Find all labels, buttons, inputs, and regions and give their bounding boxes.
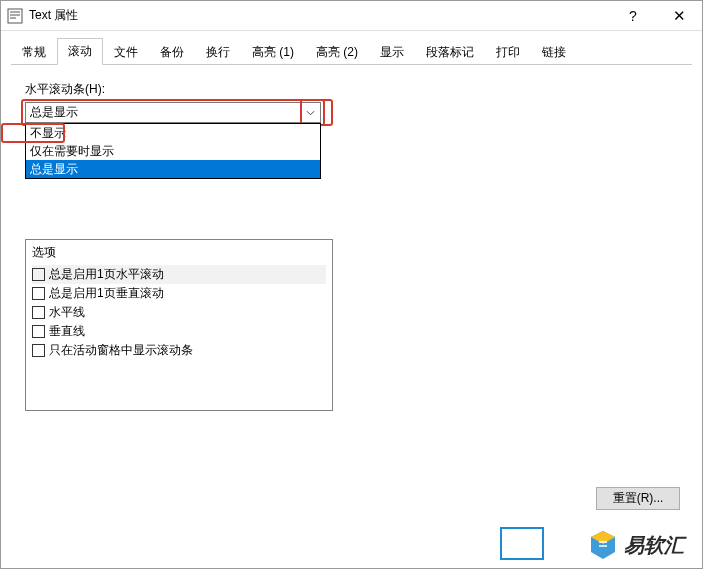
close-button[interactable]: ✕ [656,1,702,31]
option-row-0[interactable]: 总是启用1页水平滚动 [32,265,326,284]
checkbox-icon [32,306,45,319]
reset-button[interactable]: 重置(R)... [596,487,680,510]
dialog-window: Text 属性 ? ✕ 常规滚动文件备份换行高亮 (1)高亮 (2)显示段落标记… [0,0,703,569]
decorative-rectangle [500,527,544,560]
chevron-down-icon [303,105,318,120]
combo-selected-value: 总是显示 [30,104,78,121]
tab-bar: 常规滚动文件备份换行高亮 (1)高亮 (2)显示段落标记打印链接 [11,37,692,65]
options-groupbox: 选项 总是启用1页水平滚动总是启用1页垂直滚动水平线垂直线只在活动窗格中显示滚动… [25,239,333,411]
tab-8[interactable]: 段落标记 [415,39,485,65]
option-row-2[interactable]: 水平线 [32,303,326,322]
watermark-text: 易软汇 [624,532,684,559]
option-row-1[interactable]: 总是启用1页垂直滚动 [32,284,326,303]
option-label: 只在活动窗格中显示滚动条 [49,342,193,359]
horizontal-scrollbar-combo[interactable]: 总是显示 [25,102,321,123]
option-row-3[interactable]: 垂直线 [32,322,326,341]
option-label: 总是启用1页垂直滚动 [49,285,164,302]
checkbox-icon [32,268,45,281]
option-row-4[interactable]: 只在活动窗格中显示滚动条 [32,341,326,360]
tab-pane-scroll: 水平滚动条(H): 总是显示 不显示仅在需要时显示总是显示 选项 总是启用1页水… [1,65,702,421]
tab-9[interactable]: 打印 [485,39,531,65]
tab-2[interactable]: 文件 [103,39,149,65]
tab-5[interactable]: 高亮 (1) [241,39,305,65]
tab-3[interactable]: 备份 [149,39,195,65]
tab-6[interactable]: 高亮 (2) [305,39,369,65]
help-button[interactable]: ? [610,1,656,31]
tab-10[interactable]: 链接 [531,39,577,65]
option-label: 垂直线 [49,323,85,340]
window-title: Text 属性 [29,7,78,24]
option-label: 总是启用1页水平滚动 [49,266,164,283]
svg-rect-0 [8,9,22,23]
watermark-logo: 易软汇 [590,530,684,560]
tab-1[interactable]: 滚动 [57,38,103,65]
checkbox-icon [32,287,45,300]
tab-0[interactable]: 常规 [11,39,57,65]
dropdown-option-0[interactable]: 不显示 [26,124,320,142]
dropdown-option-1[interactable]: 仅在需要时显示 [26,142,320,160]
app-icon [7,8,23,24]
checkbox-icon [32,344,45,357]
option-label: 水平线 [49,304,85,321]
titlebar: Text 属性 ? ✕ [1,1,702,31]
tab-4[interactable]: 换行 [195,39,241,65]
horizontal-scrollbar-combo-wrap: 总是显示 不显示仅在需要时显示总是显示 [25,102,321,123]
options-groupbox-title: 选项 [32,244,326,261]
horizontal-scrollbar-label: 水平滚动条(H): [25,81,678,98]
logo-icon [590,530,616,560]
dropdown-option-2[interactable]: 总是显示 [26,160,320,178]
combo-dropdown: 不显示仅在需要时显示总是显示 [25,123,321,179]
checkbox-icon [32,325,45,338]
tab-7[interactable]: 显示 [369,39,415,65]
